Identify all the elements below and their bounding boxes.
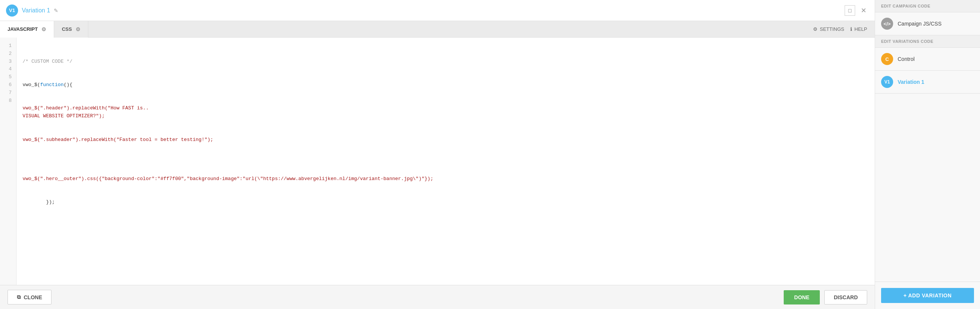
- edit-icon[interactable]: ✎: [54, 8, 58, 14]
- campaign-label: Campaign JS/CSS: [898, 21, 942, 27]
- variation1-item[interactable]: V1 Variation 1: [875, 71, 980, 93]
- maximize-button[interactable]: □: [845, 5, 855, 16]
- code-content[interactable]: /* CUSTOM CODE */ vwo_$(function(){ vwo_…: [16, 38, 875, 285]
- tab-bar: JAVASCRIPT ⚙ CSS ⚙ ⚙ SETTINGS ℹ HELP: [0, 21, 875, 38]
- line-number-8: 8: [0, 97, 16, 105]
- line-numbers: 1 2 3 4 5 6 7 8: [0, 38, 16, 285]
- variation-name: Variation 1: [22, 7, 50, 14]
- line-number-3: 3: [0, 58, 16, 66]
- footer-bar: ⧉ CLONE DONE DISCARD: [0, 285, 875, 309]
- clone-button[interactable]: ⧉ CLONE: [8, 290, 51, 304]
- settings-button[interactable]: ⚙ SETTINGS: [813, 26, 844, 32]
- line-number-4: 4: [0, 65, 16, 73]
- right-sidebar: EDIT CAMPAIGN CODE </> Campaign JS/CSS E…: [875, 0, 980, 309]
- variation1-label: Variation 1: [898, 79, 924, 85]
- line-number-5: 5: [0, 73, 16, 81]
- edit-variations-title: EDIT VARIATIONS CODE: [875, 35, 980, 48]
- line-number-6: 6: [0, 81, 16, 89]
- discard-button[interactable]: DISCARD: [824, 290, 867, 304]
- sidebar-footer: + ADD VARIATION: [875, 282, 980, 309]
- add-variation-button[interactable]: + ADD VARIATION: [881, 288, 974, 303]
- tab-javascript[interactable]: JAVASCRIPT ⚙: [0, 21, 54, 38]
- control-item[interactable]: C Control: [875, 48, 980, 71]
- help-button[interactable]: ℹ HELP: [850, 26, 867, 32]
- control-label: Control: [898, 56, 915, 62]
- footer-right: DONE DISCARD: [784, 290, 867, 304]
- javascript-gear-icon[interactable]: ⚙: [41, 26, 46, 32]
- line-number-7: 7: [0, 89, 16, 97]
- settings-label: SETTINGS: [820, 26, 844, 32]
- campaign-badge: </>: [881, 17, 893, 30]
- css-gear-icon[interactable]: ⚙: [76, 26, 81, 32]
- line-number-1: 1: [0, 42, 16, 50]
- done-button[interactable]: DONE: [784, 290, 820, 304]
- code-editor: 1 2 3 4 5 6 7 8 /* CUSTOM CODE */ vwo_$(…: [0, 38, 875, 285]
- line-number-2: 2: [0, 50, 16, 58]
- close-button[interactable]: ✕: [858, 5, 869, 16]
- clone-icon: ⧉: [17, 294, 21, 300]
- edit-campaign-title: EDIT CAMPAIGN CODE: [875, 0, 980, 13]
- control-badge: C: [881, 53, 893, 65]
- help-label: HELP: [854, 26, 867, 32]
- header-bar: V1 Variation 1 ✎ □ ✕: [0, 0, 875, 21]
- tab-css-label: CSS: [62, 26, 72, 32]
- variation1-badge: V1: [881, 76, 893, 88]
- variation-badge: V1: [6, 5, 18, 17]
- variation-title: V1 Variation 1 ✎: [6, 5, 58, 17]
- tab-javascript-label: JAVASCRIPT: [8, 26, 38, 32]
- clone-label: CLONE: [24, 294, 42, 300]
- tab-css[interactable]: CSS ⚙: [54, 21, 88, 38]
- header-controls: □ ✕: [845, 5, 869, 16]
- help-icon: ℹ: [850, 26, 852, 32]
- tab-actions: ⚙ SETTINGS ℹ HELP: [813, 26, 875, 32]
- campaign-js-item[interactable]: </> Campaign JS/CSS: [875, 13, 980, 35]
- settings-gear-icon: ⚙: [813, 26, 818, 32]
